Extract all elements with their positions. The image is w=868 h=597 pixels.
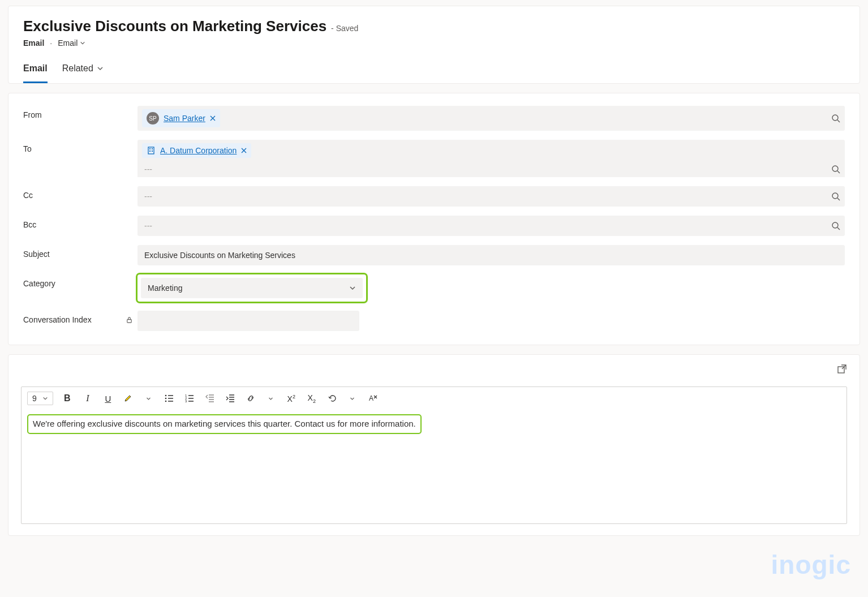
- numbered-list-button[interactable]: 123: [183, 390, 196, 406]
- subject-label: Subject: [23, 245, 137, 259]
- bold-button[interactable]: B: [61, 390, 74, 406]
- chevron-down-icon: [80, 40, 85, 46]
- to-chip: A. Datum Corporation: [142, 143, 251, 158]
- outdent-button[interactable]: [204, 390, 216, 406]
- underline-button[interactable]: U: [102, 390, 114, 406]
- search-icon: [831, 192, 840, 201]
- chevron-down-icon: [349, 285, 356, 291]
- chevron-down-icon: [97, 65, 104, 72]
- superscript-button[interactable]: X2: [285, 390, 298, 406]
- bcc-placeholder: ---: [141, 221, 152, 230]
- from-search-button[interactable]: [831, 114, 840, 123]
- to-placeholder-row[interactable]: ---: [137, 161, 845, 177]
- svg-text:A: A: [369, 394, 373, 402]
- cc-search-button[interactable]: [831, 192, 840, 201]
- undo-dropdown[interactable]: [346, 390, 359, 406]
- popout-button[interactable]: [837, 364, 847, 374]
- search-icon: [831, 114, 840, 123]
- svg-rect-4: [149, 151, 151, 152]
- undo-icon: [328, 394, 337, 403]
- editor-body[interactable]: We're offering exclusive discounts on ma…: [22, 410, 846, 523]
- bcc-search-button[interactable]: [831, 221, 840, 230]
- bcc-lookup[interactable]: ---: [137, 216, 845, 236]
- svg-point-7: [832, 193, 838, 199]
- form-selector[interactable]: Email: [58, 38, 85, 48]
- clear-format-button[interactable]: A: [367, 390, 379, 406]
- highlight-dropdown[interactable]: [143, 390, 155, 406]
- tab-related[interactable]: Related: [62, 60, 104, 83]
- svg-text:3: 3: [185, 400, 187, 403]
- link-dropdown[interactable]: [265, 390, 277, 406]
- link-icon: [246, 393, 256, 403]
- search-icon: [831, 221, 840, 230]
- from-label: From: [23, 106, 137, 119]
- category-label: Category: [23, 274, 137, 288]
- tab-email-label: Email: [23, 63, 48, 74]
- indent-button[interactable]: [224, 390, 237, 406]
- cc-row: Cc ---: [23, 186, 845, 207]
- editor-card: 9 B I U 123: [8, 354, 860, 536]
- cc-lookup[interactable]: ---: [137, 186, 845, 207]
- svg-rect-2: [149, 148, 151, 149]
- svg-point-6: [832, 166, 838, 171]
- from-lookup[interactable]: SP Sam Parker: [137, 106, 845, 131]
- from-chip-remove[interactable]: [210, 115, 216, 121]
- from-chip-name[interactable]: Sam Parker: [164, 114, 205, 123]
- subscript-button[interactable]: X2: [306, 390, 318, 406]
- font-size-select[interactable]: 9: [27, 392, 53, 405]
- to-lookup[interactable]: A. Datum Corporation ---: [137, 140, 845, 177]
- conversation-index-field: [137, 311, 359, 331]
- bullet-list-button[interactable]: [163, 390, 175, 406]
- svg-rect-1: [148, 147, 154, 154]
- from-chip: SP Sam Parker: [142, 109, 220, 127]
- clear-format-icon: A: [368, 393, 378, 403]
- breadcrumb: Email · Email: [23, 38, 845, 48]
- close-icon: [241, 148, 247, 153]
- svg-point-13: [165, 401, 166, 402]
- svg-point-8: [832, 222, 838, 228]
- chevron-down-icon: [350, 396, 355, 401]
- bcc-label: Bcc: [23, 216, 137, 229]
- cc-label: Cc: [23, 186, 137, 200]
- to-chip-remove[interactable]: [241, 148, 247, 153]
- from-row: From SP Sam Parker: [23, 106, 845, 131]
- bcc-row: Bcc ---: [23, 216, 845, 236]
- chevron-down-icon: [146, 396, 151, 401]
- numbered-list-icon: 123: [184, 393, 195, 403]
- bullet-list-icon: [164, 393, 174, 403]
- to-chip-name[interactable]: A. Datum Corporation: [160, 146, 237, 155]
- to-placeholder: ---: [144, 165, 152, 174]
- category-select[interactable]: Marketing: [141, 278, 363, 298]
- form-selector-label: Email: [58, 38, 78, 48]
- link-button[interactable]: [244, 390, 257, 406]
- indent-icon: [225, 393, 235, 403]
- title-row: Exclusive Discounts on Marketing Service…: [23, 18, 845, 35]
- body-text-highlight: We're offering exclusive discounts on ma…: [28, 415, 420, 433]
- cc-placeholder: ---: [141, 192, 152, 201]
- editor-toolbar: 9 B I U 123: [22, 387, 846, 410]
- building-icon: [147, 146, 156, 155]
- body-text: We're offering exclusive discounts on ma…: [33, 419, 416, 428]
- breadcrumb-sep: ·: [50, 38, 52, 48]
- undo-button[interactable]: [326, 390, 338, 406]
- highlighter-icon: [123, 393, 134, 403]
- subject-input[interactable]: [137, 245, 845, 265]
- chevron-down-icon: [42, 396, 48, 401]
- font-size-value: 9: [32, 394, 37, 403]
- svg-rect-3: [152, 148, 153, 149]
- tab-email[interactable]: Email: [23, 60, 48, 83]
- svg-point-11: [165, 395, 166, 397]
- svg-rect-9: [127, 319, 131, 323]
- to-search-button[interactable]: [831, 165, 840, 174]
- saved-indicator: - Saved: [331, 24, 358, 33]
- conversation-index-label: Conversation Index: [23, 311, 137, 324]
- italic-button[interactable]: I: [81, 390, 94, 406]
- svg-point-0: [832, 115, 838, 121]
- page-title: Exclusive Discounts on Marketing Service…: [23, 18, 326, 35]
- highlight-button[interactable]: [122, 390, 135, 406]
- category-highlight: Marketing: [137, 274, 366, 302]
- svg-rect-5: [152, 151, 153, 152]
- record-header-card: Exclusive Discounts on Marketing Service…: [8, 6, 860, 84]
- tab-related-label: Related: [62, 63, 93, 74]
- svg-point-12: [165, 398, 166, 400]
